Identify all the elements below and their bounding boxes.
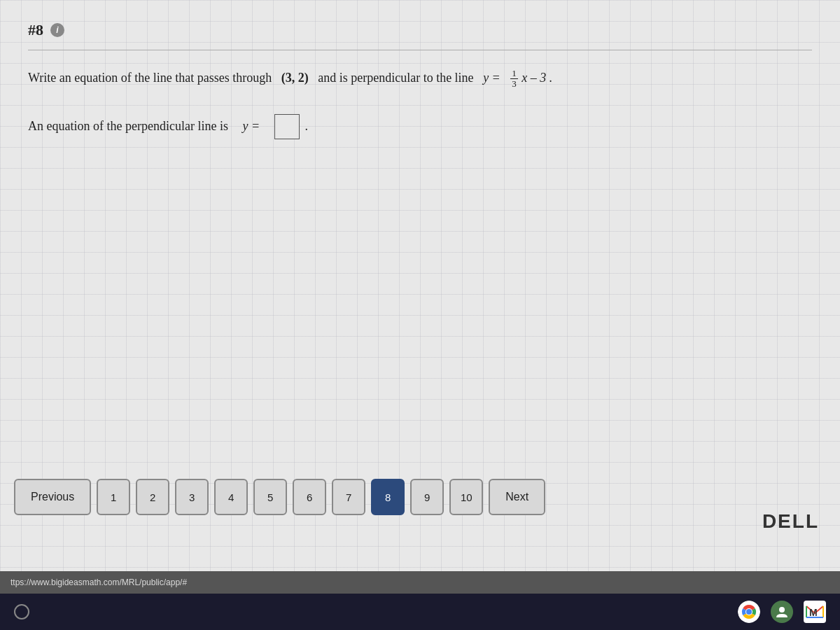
page-5-button[interactable]: 5 [253, 479, 287, 515]
point-value: (3, 2) [281, 71, 309, 85]
problem-header: #8 i [28, 21, 812, 50]
previous-button[interactable]: Previous [14, 479, 91, 515]
answer-period: . [305, 119, 309, 134]
gmail-icon[interactable]: M [804, 601, 826, 623]
chrome-icon[interactable] [738, 601, 760, 623]
dell-logo: DELL [762, 510, 819, 533]
content-layer: #8 i Write an equation of the line that … [28, 21, 812, 153]
equation-lhs: y = [483, 71, 500, 85]
screen: #8 i Write an equation of the line that … [0, 0, 840, 630]
answer-prompt: An equation of the perpendicular line is [28, 119, 228, 134]
taskbar-right: M [738, 601, 826, 623]
url-text: ttps://www.bigideasmath.com/MRL/public/a… [10, 578, 187, 587]
page-9-button[interactable]: 9 [410, 479, 444, 515]
page-1-button[interactable]: 1 [97, 479, 130, 515]
svg-point-3 [746, 609, 752, 615]
taskbar-circle[interactable] [14, 604, 29, 620]
page-7-button[interactable]: 7 [332, 479, 365, 515]
pagination-nav: Previous 1 2 3 4 5 6 7 8 9 10 Next [0, 479, 840, 515]
answer-var: y = [242, 119, 260, 134]
page-8-button[interactable]: 8 [371, 479, 405, 515]
page-3-button[interactable]: 3 [175, 479, 209, 515]
next-button[interactable]: Next [489, 479, 545, 515]
main-content: #8 i Write an equation of the line that … [0, 0, 840, 571]
page-6-button[interactable]: 6 [293, 479, 326, 515]
page-2-button[interactable]: 2 [136, 479, 169, 515]
page-4-button[interactable]: 4 [214, 479, 248, 515]
url-bar: ttps://www.bigideasmath.com/MRL/public/a… [0, 571, 840, 594]
profile-icon[interactable] [771, 601, 793, 623]
fraction: 1 3 [510, 69, 518, 90]
page-10-button[interactable]: 10 [449, 479, 483, 515]
answer-area: An equation of the perpendicular line is… [28, 114, 812, 139]
svg-text:M: M [809, 607, 818, 618]
question-text-1: Write an equation of the line that passe… [28, 71, 272, 85]
equation-rhs: x – 3 . [522, 71, 552, 85]
problem-number: #8 [28, 21, 43, 39]
fraction-denominator: 3 [510, 79, 518, 89]
taskbar-left [14, 604, 29, 620]
fraction-numerator: 1 [510, 69, 518, 79]
svg-point-4 [779, 607, 785, 612]
taskbar: M [0, 594, 840, 630]
question-text-2: and is perpendicular to the line [318, 71, 473, 85]
problem-text: Write an equation of the line that passe… [28, 68, 812, 90]
answer-input-box[interactable] [274, 114, 300, 139]
info-icon[interactable]: i [50, 23, 64, 37]
